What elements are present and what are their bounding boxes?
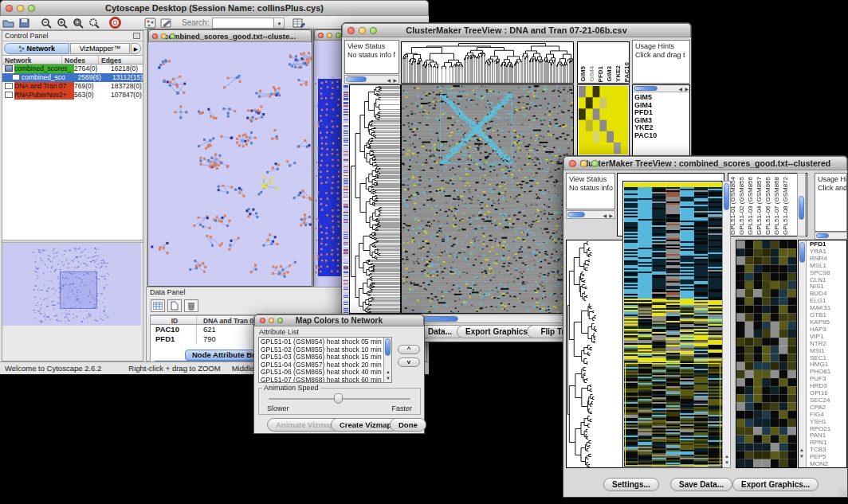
scroll-down-icon[interactable] — [724, 459, 729, 466]
scroll-down-icon[interactable] — [799, 453, 804, 459]
treeview1-heatmap[interactable] — [401, 84, 574, 314]
scroll-right-icon[interactable] — [609, 213, 613, 219]
zoom-button[interactable] — [28, 5, 35, 12]
zoom-selected-icon[interactable] — [70, 16, 86, 29]
scroll-up-icon[interactable] — [799, 447, 804, 453]
treeview1-gene-hscrollbar[interactable] — [633, 85, 689, 92]
vizmapper-panel-icon[interactable] — [142, 16, 158, 29]
main-titlebar[interactable]: Cytoscape Desktop (Session Name: collins… — [0, 0, 429, 16]
treeview2-labels-vscrollbar[interactable] — [797, 173, 806, 236]
column-label[interactable]: GPL51-08 (GSM872 — [782, 177, 790, 235]
save-data-button[interactable]: Save Data... — [670, 478, 732, 491]
treeview2-heatmap-vscrollbar[interactable] — [722, 181, 731, 468]
search-dropdown-icon[interactable]: ▼ — [274, 18, 285, 29]
zoom-button[interactable] — [370, 27, 377, 34]
column-label[interactable]: PAC10 — [623, 62, 630, 82]
zoom-in-icon[interactable] — [54, 16, 70, 29]
network-overview-canvas[interactable] — [2, 243, 141, 326]
column-label[interactable]: GPL51-02 (GSM855 — [738, 177, 746, 235]
column-label[interactable]: GIM4 — [588, 66, 596, 82]
network-row[interactable]: DNA and Tran 07 769(0) 183728(0) — [2, 82, 143, 91]
settings-button[interactable]: Settings... — [603, 478, 659, 491]
attribute-listbox[interactable]: GPL51-01 (GSM854) heat shock 05 minGPL51… — [258, 337, 392, 383]
column-label[interactable]: YKE2 — [614, 65, 622, 82]
column-label[interactable]: GIM3 — [606, 66, 614, 82]
minimize-button[interactable] — [269, 318, 274, 323]
close-button[interactable] — [569, 160, 576, 167]
scroll-right-icon[interactable] — [685, 86, 689, 92]
treeview2-hints-scrollbar[interactable] — [815, 232, 847, 240]
speed-slider-thumb[interactable] — [334, 393, 343, 404]
minimize-button[interactable] — [17, 5, 24, 12]
treeview1-column-dendrogram[interactable] — [401, 41, 574, 84]
treeview2-zoom-heatmap[interactable] — [736, 240, 797, 468]
close-button[interactable] — [347, 27, 355, 34]
close-button[interactable] — [152, 33, 158, 39]
scroll-down-icon[interactable] — [386, 375, 391, 381]
delete-attribute-icon[interactable] — [184, 299, 198, 312]
treeview1-status-scrollbar[interactable] — [344, 75, 399, 84]
done-button[interactable]: Done — [390, 418, 426, 432]
treeview2-status-scrollbar[interactable] — [566, 210, 615, 219]
search-input[interactable] — [212, 18, 274, 29]
treeview2-heatmap[interactable] — [622, 181, 722, 468]
resize-grip[interactable] — [838, 488, 846, 496]
minimize-button[interactable] — [161, 33, 167, 39]
minimize-button[interactable] — [327, 33, 332, 38]
scroll-left-icon[interactable] — [678, 86, 682, 92]
zoom-button[interactable] — [336, 33, 341, 38]
treeview1-row-dendrogram[interactable] — [349, 84, 401, 314]
scroll-up-icon[interactable] — [386, 369, 391, 375]
save-icon[interactable] — [16, 16, 32, 29]
zoom-button[interactable] — [170, 33, 175, 39]
treeview1-titlebar[interactable]: ClusterMaker TreeView : DNA and Tran 07-… — [342, 23, 691, 37]
column-label[interactable]: GPL51-07 (GSM868 — [773, 177, 781, 235]
tab-overflow-icon[interactable]: ▶ — [131, 43, 141, 54]
treeview2-row-dendrogram[interactable] — [566, 240, 624, 468]
zoom-out-icon[interactable] — [38, 16, 54, 29]
close-button[interactable] — [6, 5, 13, 12]
tab-vizmapper[interactable]: VizMapper™ — [70, 43, 130, 54]
column-label[interactable]: PFD1 — [597, 66, 605, 82]
scroll-right-icon[interactable] — [393, 77, 397, 84]
open-file-icon[interactable] — [0, 16, 16, 29]
column-label[interactable]: GIM5 — [579, 66, 587, 82]
zoom-fit-icon[interactable] — [86, 16, 102, 29]
zoom-button[interactable] — [277, 318, 283, 323]
move-up-button[interactable]: ^ — [398, 345, 420, 354]
column-label[interactable]: GPL51-03 (GSM856 — [747, 177, 755, 235]
float-panel-icon[interactable] — [133, 33, 140, 39]
network-row[interactable]: RNAPuberNov2+ 563(0) 107847(0) — [2, 91, 143, 100]
scroll-up-icon[interactable] — [724, 453, 729, 459]
gene-label[interactable]: MON2 — [808, 461, 830, 468]
column-label[interactable]: GPL51-06 (GSM865 — [764, 177, 772, 235]
select-attributes-icon[interactable] — [151, 299, 165, 312]
scroll-left-icon[interactable] — [603, 213, 607, 219]
treeview1-heatmap-hscrollbar[interactable] — [401, 315, 574, 323]
move-down-button[interactable]: v — [398, 357, 420, 367]
close-button[interactable] — [260, 318, 265, 323]
minimize-button[interactable] — [359, 27, 366, 34]
attribute-list-vscrollbar[interactable] — [383, 338, 391, 382]
treeview2-column-labels[interactable]: GPL51-01 (GSM854GPL51-02 (GSM855GPL51-03… — [728, 173, 807, 236]
tab-network[interactable]: Network — [4, 43, 69, 54]
column-label[interactable]: GPL51-04 (GSM857 — [756, 177, 764, 235]
zoom-button[interactable] — [591, 160, 599, 167]
network-list[interactable]: combined_scores_ 2764(0) 16218(0) combin… — [2, 64, 143, 240]
network-view-canvas[interactable] — [148, 42, 312, 286]
export-graphics-button[interactable]: Export Graphics... — [732, 478, 819, 491]
new-attribute-icon[interactable] — [167, 299, 182, 312]
close-button[interactable] — [318, 33, 324, 38]
attribute-item[interactable]: GPL51-07 (GSM868) heat shock 60 min — [261, 377, 391, 383]
treeview2-gene-vscrollbar[interactable] — [799, 240, 807, 467]
help-lifesaver-icon[interactable] — [107, 16, 123, 29]
network-row[interactable]: combined_sco 2569(6) 13112(15) — [2, 73, 143, 82]
scroll-left-icon[interactable] — [387, 77, 391, 84]
dialog-titlebar[interactable]: Map Colors to Network — [254, 315, 424, 326]
treeview1-column-labels[interactable]: GIM5GIM4PFD1GIM3YKE2PAC10 — [577, 41, 630, 84]
annotation-icon[interactable] — [158, 16, 174, 29]
minimize-button[interactable] — [580, 160, 587, 167]
treeview2-titlebar[interactable]: ClusterMaker TreeView : combined_scores_… — [563, 156, 847, 170]
network-window-1[interactable]: combined_scores_good.txt--cluste... — [147, 29, 312, 287]
network-row[interactable]: combined_scores_ 2764(0) 16218(0) — [2, 64, 143, 73]
